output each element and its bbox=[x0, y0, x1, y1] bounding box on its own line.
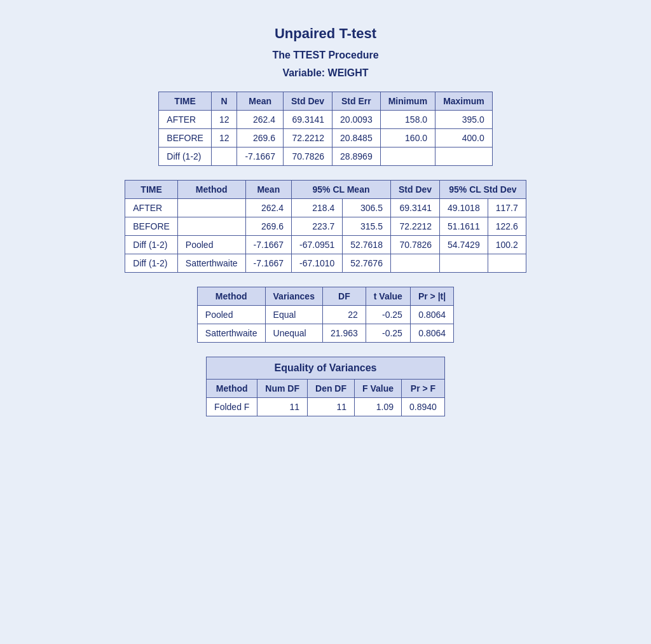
table1-header-row: TIME N Mean Std Dev Std Err Minimum Maxi… bbox=[159, 92, 492, 111]
col2-mean: Mean bbox=[245, 181, 291, 199]
table2-row: Diff (1-2)Pooled-7.1667-67.095152.761870… bbox=[125, 236, 526, 254]
col4-numdf: Num DF bbox=[257, 380, 308, 398]
table1-cell: 262.4 bbox=[237, 111, 283, 129]
table3: Method Variances DF t Value Pr > |t| Poo… bbox=[197, 287, 454, 343]
table4-section-title: Equality of Variances bbox=[207, 357, 445, 380]
table4-section-row: Equality of Variances bbox=[207, 357, 445, 380]
table3-cell: Unequal bbox=[265, 324, 322, 343]
table2-cell bbox=[177, 199, 245, 217]
table2-cell: -7.1667 bbox=[245, 236, 291, 254]
col-minimum: Minimum bbox=[380, 92, 435, 111]
col2-time: TIME bbox=[125, 181, 178, 199]
table1-cell: 12 bbox=[211, 129, 237, 147]
table4: Equality of Variances Method Num DF Den … bbox=[206, 357, 445, 416]
table1-cell bbox=[435, 147, 493, 166]
table2-cell: 52.7676 bbox=[343, 254, 391, 273]
table2-cell bbox=[390, 254, 439, 273]
table2-cell: -67.1010 bbox=[292, 254, 343, 273]
table2-cell: 54.7429 bbox=[440, 236, 488, 254]
table1-row: Diff (1-2)-7.166770.782628.8969 bbox=[159, 147, 492, 166]
table1-cell: 69.3141 bbox=[283, 111, 332, 129]
table1-cell: 400.0 bbox=[435, 129, 493, 147]
table1-row: BEFORE12269.672.221220.8485160.0400.0 bbox=[159, 129, 492, 147]
table2-cell: 122.6 bbox=[488, 217, 526, 236]
table2-cell: Diff (1-2) bbox=[125, 254, 178, 273]
table1-cell: -7.1667 bbox=[237, 147, 283, 166]
table2-cell: 100.2 bbox=[488, 236, 526, 254]
col-maximum: Maximum bbox=[435, 92, 493, 111]
table2-cell: 218.4 bbox=[292, 199, 343, 217]
col3-variances: Variances bbox=[265, 287, 322, 306]
table2-cell: 49.1018 bbox=[440, 199, 488, 217]
table1-cell: 160.0 bbox=[380, 129, 435, 147]
table1-cell: 20.0093 bbox=[332, 111, 381, 129]
table3-cell: 21.963 bbox=[322, 324, 366, 343]
col4-pr: Pr > F bbox=[402, 380, 445, 398]
table1-cell: 158.0 bbox=[380, 111, 435, 129]
table3-cell: -0.25 bbox=[366, 306, 410, 324]
variable-label: Variable: WEIGHT bbox=[282, 67, 368, 79]
table2-cell: BEFORE bbox=[125, 217, 178, 236]
col-time: TIME bbox=[159, 92, 212, 111]
col-stddev: Std Dev bbox=[283, 92, 332, 111]
table2: TIME Method Mean 95% CL Mean Std Dev 95%… bbox=[125, 180, 526, 273]
table1-cell: Diff (1-2) bbox=[159, 147, 212, 166]
col3-method: Method bbox=[197, 287, 265, 306]
table4-cell: Folded F bbox=[207, 398, 257, 416]
table4-cell: 1.09 bbox=[355, 398, 402, 416]
table1-cell: AFTER bbox=[159, 111, 212, 129]
table1-cell: 269.6 bbox=[237, 129, 283, 147]
col2-cl-stddev: 95% CL Std Dev bbox=[440, 181, 526, 199]
table2-cell: 72.2212 bbox=[390, 217, 439, 236]
table2-cell: 269.6 bbox=[245, 217, 291, 236]
table2-cell: 223.7 bbox=[292, 217, 343, 236]
table2-row: Diff (1-2)Satterthwaite-7.1667-67.101052… bbox=[125, 254, 526, 273]
table1-cell: 12 bbox=[211, 111, 237, 129]
table2-cell: 69.3141 bbox=[390, 199, 439, 217]
subtitle: The TTEST Procedure bbox=[272, 50, 378, 61]
table2-cell: 262.4 bbox=[245, 199, 291, 217]
table3-header-row: Method Variances DF t Value Pr > |t| bbox=[197, 287, 453, 306]
table1-cell: 395.0 bbox=[435, 111, 493, 129]
table2-cell: Satterthwaite bbox=[177, 254, 245, 273]
table2-cell bbox=[440, 254, 488, 273]
table3-cell: Satterthwaite bbox=[197, 324, 265, 343]
table1-cell: 20.8485 bbox=[332, 129, 381, 147]
col4-method: Method bbox=[207, 380, 257, 398]
col2-stddev: Std Dev bbox=[390, 181, 439, 199]
table3-cell: Equal bbox=[265, 306, 322, 324]
table2-cell: Pooled bbox=[177, 236, 245, 254]
table3-cell: 0.8064 bbox=[410, 306, 453, 324]
table2-row: BEFORE269.6223.7315.572.221251.1611122.6 bbox=[125, 217, 526, 236]
col2-method: Method bbox=[177, 181, 245, 199]
table1-cell: 70.7826 bbox=[283, 147, 332, 166]
col-mean: Mean bbox=[237, 92, 283, 111]
table2-row: AFTER262.4218.4306.569.314149.1018117.7 bbox=[125, 199, 526, 217]
table3-row: SatterthwaiteUnequal21.963-0.250.8064 bbox=[197, 324, 453, 343]
table4-cell: 0.8940 bbox=[402, 398, 445, 416]
table3-cell: 22 bbox=[322, 306, 366, 324]
table1-cell bbox=[380, 147, 435, 166]
table4-cell: 11 bbox=[308, 398, 355, 416]
table3-cell: -0.25 bbox=[366, 324, 410, 343]
table1-cell: 28.8969 bbox=[332, 147, 381, 166]
table3-row: PooledEqual22-0.250.8064 bbox=[197, 306, 453, 324]
table4-cell: 11 bbox=[257, 398, 308, 416]
table1-cell: BEFORE bbox=[159, 129, 212, 147]
table1-cell bbox=[211, 147, 237, 166]
table2-cell bbox=[488, 254, 526, 273]
table2-cell: -67.0951 bbox=[292, 236, 343, 254]
page-container: Unpaired T-test The TTEST Procedure Vari… bbox=[13, 13, 638, 443]
table1-row: AFTER12262.469.314120.0093158.0395.0 bbox=[159, 111, 492, 129]
table2-cell: 117.7 bbox=[488, 199, 526, 217]
table4-row: Folded F11111.090.8940 bbox=[207, 398, 445, 416]
col4-dendf: Den DF bbox=[308, 380, 355, 398]
table1: TIME N Mean Std Dev Std Err Minimum Maxi… bbox=[158, 92, 492, 166]
col-n: N bbox=[211, 92, 237, 111]
table2-cell: 70.7826 bbox=[390, 236, 439, 254]
table2-header-row: TIME Method Mean 95% CL Mean Std Dev 95%… bbox=[125, 181, 526, 199]
table2-cell bbox=[177, 217, 245, 236]
table2-cell: Diff (1-2) bbox=[125, 236, 178, 254]
table3-cell: 0.8064 bbox=[410, 324, 453, 343]
table2-cell: 315.5 bbox=[343, 217, 391, 236]
